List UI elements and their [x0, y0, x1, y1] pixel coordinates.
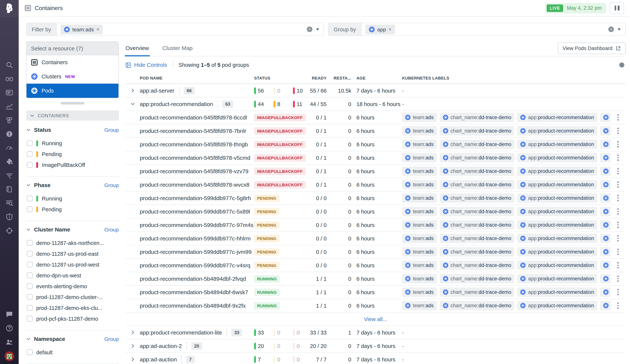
- facet-item[interactable]: events-alerting-demo: [26, 281, 119, 292]
- kubernetes-label-chip[interactable]: chart_name:dd-trace-demo: [440, 113, 514, 122]
- notebooks-icon[interactable]: [5, 185, 14, 194]
- monitors-icon[interactable]: [5, 130, 14, 138]
- kubernetes-label-chip-truncated[interactable]: ..: [600, 193, 611, 203]
- kubernetes-label-chip-truncated[interactable]: ..: [600, 288, 611, 297]
- pod-group-row[interactable]: app:product-recommendation 63 44 8 11 44…: [126, 97, 626, 111]
- kubernetes-label-chip[interactable]: app:product-recommendation: [517, 234, 597, 243]
- facet-item[interactable]: prod-11287-demo-eks-clu...: [26, 302, 119, 313]
- kubernetes-label-chip[interactable]: app:product-recommendation: [517, 301, 597, 310]
- processes-icon[interactable]: [5, 116, 14, 125]
- kubernetes-label-chip[interactable]: team:ads: [402, 193, 437, 203]
- kubernetes-label-chip[interactable]: app:product-recommendation: [517, 220, 597, 230]
- row-menu-icon[interactable]: [610, 209, 626, 215]
- table-settings-gear-icon[interactable]: [619, 62, 626, 68]
- pod-name[interactable]: product-recommendation-545f8fd978-v5cmd: [140, 155, 254, 161]
- row-menu-icon[interactable]: [610, 262, 626, 268]
- facet-item[interactable]: prod-pcf-pks-11287-demo: [26, 313, 119, 324]
- resource-item-pods[interactable]: Pods: [26, 84, 118, 98]
- kubernetes-label-chip[interactable]: chart_name:dd-trace-demo: [440, 126, 514, 135]
- kubernetes-label-chip[interactable]: app:product-recommendation: [517, 247, 597, 257]
- pod-group-row[interactable]: app:ad-auction 7 7 0 0 7 / 7 0 7 days - …: [126, 353, 626, 364]
- tab-overview[interactable]: Overview: [126, 45, 149, 56]
- group-name[interactable]: app:product-recommendation-lite: [140, 329, 222, 336]
- security-icon[interactable]: [5, 212, 14, 221]
- kubernetes-label-chip[interactable]: team:ads: [402, 126, 437, 135]
- clear-filter-icon[interactable]: ×: [307, 26, 312, 32]
- pod-row[interactable]: product-recommendation-545f8fd978-6ccdl …: [126, 111, 626, 124]
- pod-row[interactable]: product-recommendation-545f8fd978-thngb …: [126, 138, 626, 151]
- checkbox[interactable]: [27, 305, 32, 311]
- group-by-facet-link[interactable]: Group: [104, 226, 119, 232]
- kubernetes-label-chip[interactable]: chart_name:dd-trace-demo: [440, 261, 514, 270]
- col-age[interactable]: AGE: [351, 76, 402, 80]
- expand-group-icon[interactable]: [126, 330, 140, 335]
- col-restarts[interactable]: RESTA...: [326, 76, 351, 80]
- logs-icon[interactable]: [5, 171, 14, 180]
- help-icon[interactable]: [5, 324, 14, 333]
- group-by-facet-link[interactable]: Group: [104, 127, 119, 133]
- kubernetes-label-chip[interactable]: app:product-recommendation: [517, 261, 597, 270]
- pod-name[interactable]: product-recommendation-599ddb977c-97m4s: [140, 222, 254, 228]
- kubernetes-label-chip[interactable]: app:product-recommendation: [517, 126, 597, 135]
- kubernetes-label-chip[interactable]: chart_name:dd-trace-demo: [440, 166, 514, 176]
- pod-group-row[interactable]: app:ad-server 66 56 0 10 55 / 66 10.5k 7…: [126, 84, 626, 97]
- user-avatar[interactable]: [4, 351, 14, 361]
- pod-row[interactable]: product-recommendation-545f8fd978-v5cmd …: [126, 151, 626, 165]
- live-time-pill[interactable]: LIVE May 4, 2:32 pm: [545, 3, 606, 13]
- kubernetes-label-chip[interactable]: chart_name:dd-trace-demo: [440, 247, 514, 257]
- expand-group-icon[interactable]: [126, 357, 140, 362]
- facet-item[interactable]: Pending: [26, 204, 119, 215]
- kubernetes-label-chip[interactable]: app:product-recommendation: [517, 153, 597, 162]
- kubernetes-label-chip[interactable]: team:ads: [402, 234, 437, 243]
- view-pods-dashboard-button[interactable]: View Pods Dashboard: [558, 42, 626, 54]
- checkbox[interactable]: [27, 283, 32, 289]
- kubernetes-label-chip-truncated[interactable]: ..: [600, 207, 611, 216]
- checkbox[interactable]: [27, 294, 32, 300]
- pod-name[interactable]: product-recommendation-599ddb977c-jvm99: [140, 249, 254, 255]
- expand-group-icon[interactable]: [126, 344, 140, 348]
- facet-item[interactable]: demo-dpn-us-west: [26, 270, 119, 281]
- kubernetes-label-chip[interactable]: chart_name:dd-trace-demo: [440, 140, 514, 149]
- facet-item[interactable]: demo-11287-us-prod-west: [26, 259, 119, 270]
- facet-item[interactable]: prod-11287-demo-cluster-...: [26, 292, 119, 302]
- kubernetes-label-chip[interactable]: chart_name:dd-trace-demo: [440, 153, 514, 162]
- kubernetes-label-chip-truncated[interactable]: ..: [600, 126, 611, 135]
- pod-name[interactable]: product-recommendation-5b4894dbf-2fvqd: [140, 276, 254, 282]
- facet-section-header[interactable]: CONTAINERS: [26, 110, 119, 121]
- row-menu-icon[interactable]: [610, 303, 626, 309]
- kubernetes-label-chip[interactable]: team:ads: [402, 166, 437, 176]
- kubernetes-label-chip[interactable]: chart_name:dd-trace-demo: [440, 207, 514, 216]
- kubernetes-label-chip[interactable]: chart_name:dd-trace-demo: [440, 193, 514, 203]
- row-menu-icon[interactable]: [610, 114, 626, 121]
- row-menu-icon[interactable]: [610, 195, 626, 201]
- kubernetes-label-chip[interactable]: app:product-recommendation: [517, 288, 597, 297]
- row-menu-icon[interactable]: [610, 289, 626, 295]
- datadog-logo[interactable]: [0, 0, 19, 17]
- col-status[interactable]: STATUS: [254, 76, 303, 80]
- kubernetes-label-chip[interactable]: app:product-recommendation: [517, 140, 597, 149]
- kubernetes-label-chip[interactable]: chart_name:dd-trace-demo: [440, 234, 514, 243]
- pod-name[interactable]: product-recommendation-5b4894dbf-9x2fx: [140, 302, 254, 309]
- pod-row[interactable]: product-recommendation-599ddb977c-5x89l …: [126, 205, 626, 218]
- pod-row[interactable]: product-recommendation-545f8fd978-vzv79 …: [126, 165, 626, 178]
- pod-name[interactable]: product-recommendation-545f8fd978-thngb: [140, 141, 254, 147]
- kubernetes-label-chip[interactable]: team:ads: [402, 261, 437, 270]
- kubernetes-label-chip[interactable]: team:ads: [402, 247, 437, 257]
- pause-button[interactable]: [610, 2, 624, 14]
- pod-row[interactable]: product-recommendation-599ddb977c-5g8rh …: [126, 192, 626, 205]
- row-menu-icon[interactable]: [610, 249, 626, 255]
- checkbox[interactable]: [27, 140, 32, 146]
- pod-group-row[interactable]: app:ad-auction-2 20 20 0 0 20 / 20 0 7 d…: [126, 339, 626, 353]
- kubernetes-label-chip[interactable]: app:product-recommendation: [517, 274, 597, 283]
- row-menu-icon[interactable]: [610, 155, 626, 161]
- pod-name[interactable]: product-recommendation-599ddb977c-5x89l: [140, 208, 254, 215]
- kubernetes-label-chip[interactable]: app:product-recommendation: [517, 193, 597, 203]
- group-by-control[interactable]: Group by app × ×: [328, 23, 626, 36]
- kubernetes-label-chip[interactable]: team:ads: [402, 274, 437, 283]
- filter-by-control[interactable]: Filter by team:ads × ×: [26, 23, 324, 36]
- kubernetes-label-chip-truncated[interactable]: ..: [600, 261, 611, 270]
- pod-name[interactable]: product-recommendation-545f8fd978-wvcx8: [140, 181, 254, 188]
- group-by-facet-link[interactable]: Group: [104, 336, 119, 342]
- kubernetes-label-chip[interactable]: team:ads: [402, 180, 437, 189]
- col-pod-name[interactable]: POD NAME: [140, 76, 254, 80]
